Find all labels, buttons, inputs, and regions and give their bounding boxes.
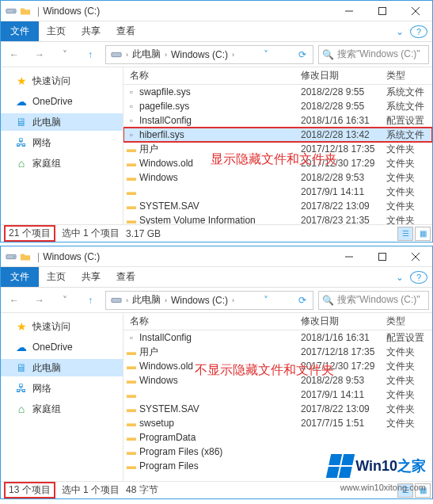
sidebar-item[interactable]: 🖧网络: [1, 134, 123, 151]
file-row[interactable]: ▬SYSTEM.SAV2017/8/22 13:09文件夹: [123, 402, 432, 416]
file-row[interactable]: ▬用户2017/12/18 17:35文件夹: [123, 345, 432, 359]
file-row[interactable]: ▬Windows2018/2/28 9:53文件夹: [123, 373, 432, 388]
separator: |: [37, 251, 40, 262]
sidebar-item[interactable]: 🖥此电脑: [1, 359, 123, 376]
minimize-button[interactable]: [332, 246, 366, 267]
file-icon: ▫: [123, 86, 139, 97]
selection-size: 3.17 GB: [126, 228, 161, 239]
file-row[interactable]: ▬Windows2018/2/28 9:53文件夹: [123, 170, 432, 185]
file-row[interactable]: ▫InstallConfig2018/1/16 16:31配置设置: [123, 113, 432, 128]
file-row[interactable]: ▬Windows.old2017/12/30 17:29文件夹: [123, 359, 432, 373]
sidebar-item-label: OneDrive: [32, 342, 73, 353]
file-list[interactable]: ▫InstallConfig2018/1/16 16:31配置设置▬用户2017…: [123, 330, 432, 481]
window-title: Windows (C:): [43, 6, 100, 17]
file-tab[interactable]: 文件: [1, 267, 39, 287]
search-box[interactable]: 🔍 搜索"Windows (C:)": [318, 45, 429, 64]
col-type[interactable]: 类型: [386, 69, 432, 82]
back-button[interactable]: ←: [4, 291, 25, 310]
svg-point-1: [13, 10, 15, 12]
col-name[interactable]: 名称: [123, 315, 301, 328]
home-tab[interactable]: 主页: [39, 267, 74, 287]
file-row[interactable]: ▫InstallConfig2018/1/16 16:31配置设置: [123, 330, 432, 345]
breadcrumb-drive[interactable]: Windows (C:): [169, 295, 230, 306]
file-row[interactable]: ▬Windows.old2017/12/30 17:29文件夹: [123, 156, 432, 170]
file-row[interactable]: ▬swsetup2017/7/15 1:51文件夹: [123, 416, 432, 430]
history-dropdown[interactable]: ˅: [55, 291, 75, 310]
file-date: 2017/8/23 21:35: [301, 215, 386, 224]
sidebar-item[interactable]: ☁OneDrive: [1, 338, 123, 356]
file-row[interactable]: ▫hiberfil.sys2018/2/28 13:42系统文件: [123, 128, 432, 142]
sidebar-item[interactable]: ⌂家庭组: [1, 155, 123, 172]
breadcrumb-pc[interactable]: 此电脑: [131, 293, 162, 307]
back-button[interactable]: ←: [4, 45, 25, 64]
home-icon: ⌂: [15, 157, 28, 170]
up-button[interactable]: ↑: [80, 291, 101, 310]
file-row[interactable]: ▬2017/9/1 14:11文件夹: [123, 388, 432, 402]
sidebar-item[interactable]: ☁OneDrive: [1, 93, 123, 110]
sidebar-item[interactable]: ★快速访问: [1, 72, 123, 90]
file-name: Windows.old: [139, 158, 301, 169]
file-row[interactable]: ▬System Volume Information2017/8/23 21:3…: [123, 213, 432, 224]
address-bar[interactable]: › 此电脑 › Windows (C:) › ˅ ⟳: [105, 291, 313, 310]
file-row[interactable]: ▫pagefile.sys2018/2/28 9:55系统文件: [123, 99, 432, 113]
forward-button[interactable]: →: [29, 291, 50, 310]
breadcrumb-pc[interactable]: 此电脑: [131, 48, 162, 61]
refresh-button[interactable]: ⟳: [295, 295, 310, 306]
share-tab[interactable]: 共享: [74, 267, 108, 287]
breadcrumb-drive[interactable]: Windows (C:): [169, 49, 230, 60]
file-list[interactable]: ▫swapfile.sys2018/2/28 9:55系统文件▫pagefile…: [123, 85, 432, 224]
file-row[interactable]: ▫swapfile.sys2018/2/28 9:55系统文件: [123, 85, 432, 99]
home-tab[interactable]: 主页: [39, 21, 74, 41]
file-row[interactable]: ▬Program Files: [123, 459, 432, 473]
file-row[interactable]: ▬2017/9/1 14:11文件夹: [123, 185, 432, 199]
sidebar-item[interactable]: 🖥此电脑: [1, 113, 123, 131]
refresh-button[interactable]: ⟳: [295, 49, 310, 60]
explorer-window-1: | Windows (C:) 文件 主页 共享 查看 ⌄ ? ← → ˅ ↑ ›…: [0, 0, 433, 242]
col-date[interactable]: 修改日期: [301, 315, 386, 328]
dropdown-icon[interactable]: ˅: [260, 49, 272, 60]
ribbon-expand-icon[interactable]: ⌄: [389, 272, 410, 283]
chevron-right-icon[interactable]: ›: [162, 296, 169, 304]
chevron-right-icon[interactable]: ›: [230, 51, 237, 59]
sidebar-item[interactable]: ⌂家庭组: [1, 400, 123, 418]
details-view-button[interactable]: ☰: [397, 227, 413, 241]
minimize-button[interactable]: [332, 1, 366, 21]
help-button[interactable]: ?: [410, 25, 427, 38]
file-row[interactable]: ▬SYSTEM.SAV2017/8/22 13:09文件夹: [123, 199, 432, 213]
col-date[interactable]: 修改日期: [301, 69, 386, 82]
file-type: 文件夹: [386, 417, 432, 430]
col-type[interactable]: 类型: [386, 315, 432, 328]
close-button[interactable]: [399, 246, 432, 267]
file-row[interactable]: ▬ProgramData: [123, 430, 432, 445]
file-row[interactable]: ▬用户2017/12/18 17:35文件夹: [123, 142, 432, 156]
col-name[interactable]: 名称: [123, 69, 301, 82]
help-button[interactable]: ?: [410, 271, 427, 284]
sidebar-item[interactable]: ★快速访问: [1, 318, 123, 335]
ribbon-expand-icon[interactable]: ⌄: [389, 26, 410, 37]
maximize-button[interactable]: [366, 1, 399, 21]
view-tab[interactable]: 查看: [108, 267, 143, 287]
file-name: Program Files: [139, 460, 301, 472]
share-tab[interactable]: 共享: [74, 21, 108, 41]
close-button[interactable]: [399, 1, 432, 21]
dropdown-icon[interactable]: ˅: [260, 295, 272, 306]
maximize-button[interactable]: [366, 246, 399, 267]
up-button[interactable]: ↑: [80, 45, 101, 64]
file-tab[interactable]: 文件: [1, 21, 39, 41]
view-tab[interactable]: 查看: [108, 21, 143, 41]
address-bar[interactable]: › 此电脑 › Windows (C:) › ˅ ⟳: [105, 45, 313, 64]
file-name: 用户: [139, 143, 301, 156]
column-headers: 名称 修改日期 类型: [123, 67, 432, 85]
history-dropdown[interactable]: ˅: [55, 45, 75, 64]
chevron-right-icon[interactable]: ›: [230, 296, 237, 304]
chevron-right-icon[interactable]: ›: [123, 51, 131, 59]
sidebar-item[interactable]: 🖧网络: [1, 380, 123, 397]
chevron-right-icon[interactable]: ›: [123, 296, 131, 304]
chevron-right-icon[interactable]: ›: [162, 51, 169, 59]
forward-button[interactable]: →: [29, 45, 50, 64]
icons-view-button[interactable]: ▦: [415, 227, 431, 241]
search-placeholder: 搜索"Windows (C:)": [337, 48, 420, 61]
search-box[interactable]: 🔍 搜索"Windows (C:)": [318, 291, 429, 310]
file-row[interactable]: ▬Program Files (x86): [123, 445, 432, 459]
home-icon: ⌂: [15, 403, 28, 415]
